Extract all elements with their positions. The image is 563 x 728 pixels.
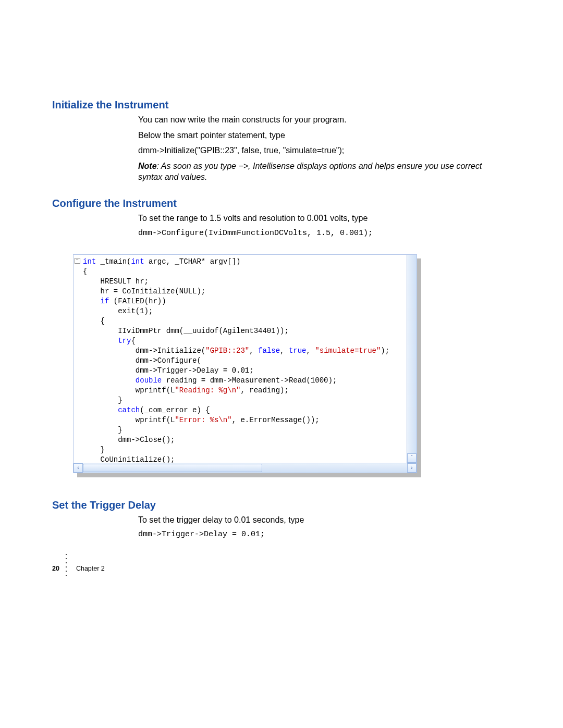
page-footer: 20 Chapter 2 xyxy=(52,561,493,576)
scroll-track[interactable] xyxy=(83,463,407,473)
section-trigger: Set the Trigger Delay To set the trigger… xyxy=(52,499,493,540)
heading-trigger: Set the Trigger Delay xyxy=(52,499,493,511)
code-line: dmm->Configure(IviDmmFunctionDCVolts, 1.… xyxy=(138,228,493,239)
scroll-right-button[interactable]: › xyxy=(407,463,417,473)
horizontal-scrollbar[interactable]: ‹ › xyxy=(74,463,417,473)
chapter-label: Chapter 2 xyxy=(76,565,105,572)
para: To set the range to 1.5 volts and resolu… xyxy=(138,213,493,224)
code-line: dmm->Trigger->Delay = 0.01; xyxy=(138,529,493,540)
note: Note: As soon as you type −>, Intellisen… xyxy=(138,161,493,183)
para: Below the smart pointer statement, type xyxy=(138,130,493,141)
scroll-down-button[interactable]: ˇ xyxy=(407,453,417,463)
page-number: 20 xyxy=(52,565,59,572)
note-text: : As soon as you type −>, Intellisense d… xyxy=(138,162,482,182)
editor-gutter: − xyxy=(74,255,81,463)
note-label: Note xyxy=(138,162,157,170)
code-area[interactable]: int _tmain(int argc, _TCHAR* argv[]) { H… xyxy=(81,255,407,463)
section-configure: Configure the Instrument To set the rang… xyxy=(52,198,493,239)
collapse-icon[interactable]: − xyxy=(75,258,80,264)
para: To set the trigger delay to 0.01 seconds… xyxy=(138,514,493,526)
heading-configure: Configure the Instrument xyxy=(52,198,493,209)
scroll-thumb[interactable] xyxy=(83,464,262,472)
scroll-left-button[interactable]: ‹ xyxy=(74,463,83,473)
code-editor-screenshot: − int _tmain(int argc, _TCHAR* argv[]) {… xyxy=(73,254,417,473)
code-line: dmm->Initialize("GPIB::23", false, true,… xyxy=(138,145,493,156)
footer-dots-icon xyxy=(66,554,67,576)
document-page: Initialize the Instrument You can now wr… xyxy=(0,0,563,618)
vertical-scrollbar[interactable]: ˇ xyxy=(407,255,417,463)
code-editor: − int _tmain(int argc, _TCHAR* argv[]) {… xyxy=(73,254,417,473)
editor-body: − int _tmain(int argc, _TCHAR* argv[]) {… xyxy=(74,255,417,463)
section-initialize: Initialize the Instrument You can now wr… xyxy=(52,99,493,183)
para: You can now write the main constructs fo… xyxy=(138,114,493,126)
heading-initialize: Initialize the Instrument xyxy=(52,99,493,111)
